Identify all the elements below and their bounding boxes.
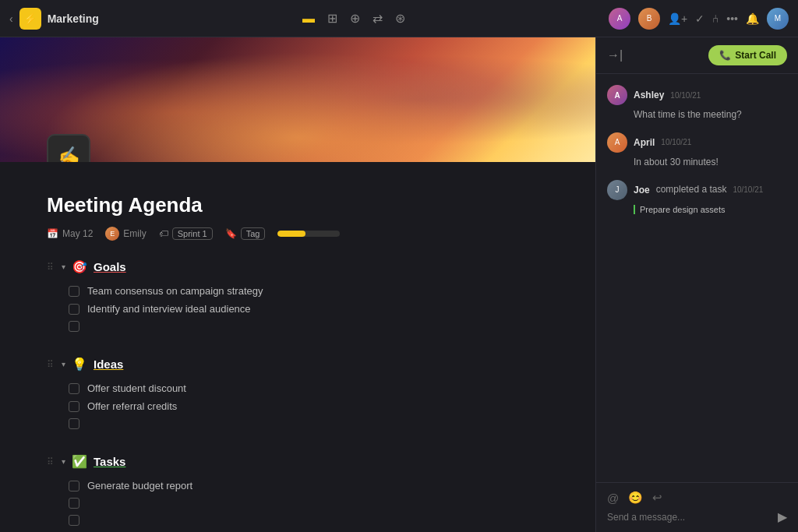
more-icon[interactable]: ••• bbox=[726, 12, 738, 25]
settings-icon[interactable]: ⊛ bbox=[395, 11, 405, 26]
sender-name: Joe bbox=[634, 185, 650, 196]
tasks-title: Tasks bbox=[94, 455, 125, 468]
task-checkbox[interactable] bbox=[69, 383, 79, 394]
check-icon[interactable]: ✓ bbox=[695, 12, 704, 25]
goals-emoji: 🎯 bbox=[72, 259, 87, 274]
task-item: Team consensus on campaign strategy bbox=[69, 282, 549, 300]
task-item: Identify and interview ideal audience bbox=[69, 300, 549, 318]
tasks-drag-handle[interactable]: ⠿ bbox=[47, 456, 54, 467]
chat-message-april: A April 10/10/21 In about 30 minutes! bbox=[607, 132, 787, 169]
tasks-emoji: ✅ bbox=[72, 454, 87, 469]
ideas-section: ⠿ ▾ 💡 Ideas Offer student discount Offer… bbox=[47, 357, 549, 432]
april-avatar: A bbox=[607, 132, 627, 153]
tag-icon: 🏷 bbox=[159, 228, 168, 239]
task-checkbox[interactable] bbox=[69, 401, 79, 412]
chat-header: →| 📞 Start Call bbox=[596, 37, 798, 74]
page-meta: 📅 May 12 E Emily 🏷 Sprint 1 🔖 Tag bbox=[47, 227, 549, 241]
chat-input-area: @ 😊 ↩ ▶ bbox=[596, 482, 798, 532]
message-text: In about 30 minutes! bbox=[607, 156, 787, 169]
message-header: A April 10/10/21 bbox=[607, 132, 787, 153]
ideas-drag-handle[interactable]: ⠿ bbox=[47, 359, 54, 370]
task-item bbox=[69, 318, 549, 335]
board-view-icon[interactable]: ⊕ bbox=[350, 11, 360, 26]
back-button[interactable]: ‹ bbox=[9, 12, 13, 25]
task-empty[interactable] bbox=[69, 498, 79, 509]
date-meta: 📅 May 12 bbox=[47, 228, 93, 239]
message-header: A Ashley 10/10/21 bbox=[607, 85, 787, 105]
calendar-icon: 📅 bbox=[47, 228, 58, 239]
task-item: Offer student discount bbox=[69, 379, 549, 397]
task-empty[interactable] bbox=[69, 418, 79, 429]
task-empty[interactable] bbox=[69, 321, 79, 332]
sender-name: Ashley bbox=[634, 90, 664, 100]
goals-drag-handle[interactable]: ⠿ bbox=[47, 262, 54, 273]
send-button[interactable]: ▶ bbox=[778, 509, 787, 524]
goals-task-list: Team consensus on campaign strategy Iden… bbox=[47, 282, 549, 335]
progress-container bbox=[277, 231, 340, 237]
task-reference: Prepare design assets bbox=[607, 203, 787, 214]
workspace-title: Marketing bbox=[48, 12, 99, 25]
goals-collapse[interactable]: ▾ bbox=[62, 262, 65, 271]
at-icon[interactable]: @ bbox=[607, 491, 619, 505]
task-action-text: completed a task bbox=[656, 183, 727, 196]
user-avatar[interactable]: M bbox=[767, 8, 789, 30]
add-member-icon[interactable]: 👤+ bbox=[668, 12, 687, 25]
start-call-button[interactable]: 📞 Start Call bbox=[708, 45, 787, 65]
task-checkbox[interactable] bbox=[69, 304, 79, 315]
user-value[interactable]: Emily bbox=[123, 228, 146, 239]
task-text[interactable]: Offer referral credits bbox=[87, 400, 177, 412]
page-content: Meeting Agenda 📅 May 12 E Emily 🏷 Sprint… bbox=[0, 162, 595, 532]
task-checkbox[interactable] bbox=[69, 481, 79, 491]
tasks-task-list: Generate budget report bbox=[47, 477, 549, 529]
message-input[interactable] bbox=[607, 512, 772, 523]
chat-panel: →| 📞 Start Call A Ashley 10/10/21 What t… bbox=[595, 37, 798, 532]
chat-collapse-button[interactable]: →| bbox=[607, 48, 623, 62]
message-header: J Joe completed a task 10/10/21 bbox=[607, 180, 787, 200]
ideas-collapse[interactable]: ▾ bbox=[62, 360, 65, 368]
task-completed-ref: Prepare design assets bbox=[634, 205, 787, 214]
content-area: ✍️ Meeting Agenda 📅 May 12 E Emily 🏷 Spr… bbox=[0, 37, 595, 532]
branch-icon[interactable]: ⑃ bbox=[712, 12, 719, 25]
tag1-meta: 🏷 Sprint 1 bbox=[159, 227, 213, 240]
task-item: Offer referral credits bbox=[69, 397, 549, 415]
hero-banner: ✍️ bbox=[0, 37, 595, 162]
user-meta: E Emily bbox=[105, 227, 146, 241]
nav-avatar-2[interactable]: B bbox=[638, 8, 660, 30]
message-time: 10/10/21 bbox=[733, 185, 763, 194]
grid-view-icon[interactable]: ⊞ bbox=[327, 11, 337, 26]
chat-input-row: ▶ bbox=[607, 509, 787, 524]
top-nav: ‹ ⚡ Marketing ▬ ⊞ ⊕ ⇄ ⊛ A B 👤+ ✓ ⑃ ••• 🔔… bbox=[0, 0, 798, 37]
task-text[interactable]: Identify and interview ideal audience bbox=[87, 303, 251, 315]
task-empty[interactable] bbox=[69, 515, 79, 526]
chat-message-joe: J Joe completed a task 10/10/21 Prepare … bbox=[607, 180, 787, 214]
task-ref-text: Prepare design assets bbox=[640, 205, 725, 214]
nav-avatar-1[interactable]: A bbox=[609, 8, 630, 30]
task-item bbox=[69, 495, 549, 512]
main-layout: ✍️ Meeting Agenda 📅 May 12 E Emily 🏷 Spr… bbox=[0, 37, 798, 532]
page-title: Meeting Agenda bbox=[47, 193, 549, 217]
task-text[interactable]: Offer student discount bbox=[87, 382, 186, 394]
list-view-icon[interactable]: ▬ bbox=[302, 12, 315, 26]
reply-icon[interactable]: ↩ bbox=[652, 491, 662, 505]
joe-avatar: J bbox=[607, 180, 627, 200]
tasks-collapse[interactable]: ▾ bbox=[62, 457, 65, 466]
message-time: 10/10/21 bbox=[661, 138, 691, 146]
date-value[interactable]: May 12 bbox=[62, 228, 93, 239]
bell-icon[interactable]: 🔔 bbox=[746, 12, 759, 25]
sprint-tag[interactable]: Sprint 1 bbox=[172, 227, 213, 240]
emoji-icon[interactable]: 😊 bbox=[628, 491, 643, 505]
task-text[interactable]: Generate budget report bbox=[87, 480, 192, 491]
sender-name: April bbox=[634, 137, 655, 148]
goals-section: ⠿ ▾ 🎯 Goals Team consensus on campaign s… bbox=[47, 259, 549, 335]
ideas-emoji: 💡 bbox=[72, 357, 87, 372]
progress-bar bbox=[277, 231, 340, 237]
tag2-icon: 🔖 bbox=[225, 228, 237, 239]
chat-message-ashley: A Ashley 10/10/21 What time is the meeti… bbox=[607, 85, 787, 122]
page-icon[interactable]: ✍️ bbox=[47, 134, 90, 162]
ideas-title: Ideas bbox=[94, 358, 123, 371]
tag-label[interactable]: Tag bbox=[241, 227, 266, 240]
task-checkbox[interactable] bbox=[69, 286, 79, 297]
share-icon[interactable]: ⇄ bbox=[373, 11, 383, 26]
task-text[interactable]: Team consensus on campaign strategy bbox=[87, 285, 263, 297]
nav-right: A B 👤+ ✓ ⑃ ••• 🔔 M bbox=[609, 8, 789, 30]
